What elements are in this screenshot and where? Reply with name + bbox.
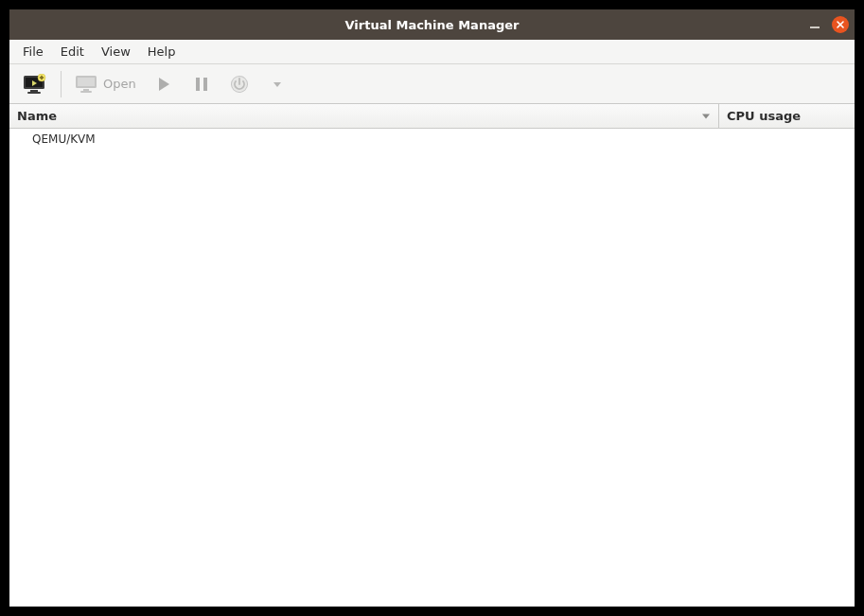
open-label: Open xyxy=(103,77,136,91)
svg-marker-21 xyxy=(702,114,710,118)
shutdown-menu-button[interactable] xyxy=(261,69,293,99)
new-vm-button[interactable] xyxy=(17,69,53,99)
svg-marker-14 xyxy=(159,78,169,91)
titlebar: Virtual Machine Manager xyxy=(9,9,855,40)
column-name-label: Name xyxy=(17,109,57,123)
power-icon xyxy=(230,75,249,94)
minimize-button[interactable] xyxy=(807,17,822,32)
svg-rect-4 xyxy=(30,90,38,92)
toolbar: Open xyxy=(9,64,855,104)
play-icon xyxy=(155,76,172,93)
svg-rect-9 xyxy=(40,77,44,79)
close-icon xyxy=(836,20,845,29)
svg-marker-20 xyxy=(273,82,281,87)
menu-view[interactable]: View xyxy=(94,42,138,62)
sort-indicator-icon xyxy=(701,109,711,123)
app-window: Virtual Machine Manager File Edit View H… xyxy=(9,9,855,607)
connection-label: QEMU/KVM xyxy=(32,132,96,146)
monitor-icon xyxy=(75,75,97,94)
toolbar-separator xyxy=(61,71,62,97)
menu-file[interactable]: File xyxy=(15,42,51,62)
open-vm-button[interactable]: Open xyxy=(69,69,142,99)
svg-rect-12 xyxy=(83,89,89,91)
close-button[interactable] xyxy=(832,16,849,33)
column-name-header[interactable]: Name xyxy=(9,104,719,128)
column-cpu-header[interactable]: CPU usage xyxy=(719,104,855,128)
new-vm-icon xyxy=(23,74,47,95)
chevron-down-icon xyxy=(273,79,282,89)
menubar: File Edit View Help xyxy=(9,40,855,64)
svg-rect-5 xyxy=(27,92,41,94)
svg-rect-16 xyxy=(203,78,207,91)
shutdown-button[interactable] xyxy=(223,69,256,99)
svg-rect-13 xyxy=(80,91,92,93)
menu-help[interactable]: Help xyxy=(140,42,184,62)
run-button[interactable] xyxy=(148,69,180,99)
column-cpu-label: CPU usage xyxy=(727,109,801,123)
menu-edit[interactable]: Edit xyxy=(53,42,92,62)
column-headers: Name CPU usage xyxy=(9,104,855,129)
vm-list[interactable]: QEMU/KVM xyxy=(9,129,855,607)
titlebar-controls xyxy=(807,9,849,40)
pause-icon xyxy=(193,76,210,93)
svg-rect-11 xyxy=(78,78,95,86)
window-title: Virtual Machine Manager xyxy=(345,18,520,32)
pause-button[interactable] xyxy=(185,69,218,99)
svg-rect-15 xyxy=(196,78,200,91)
connection-row[interactable]: QEMU/KVM xyxy=(9,129,855,150)
